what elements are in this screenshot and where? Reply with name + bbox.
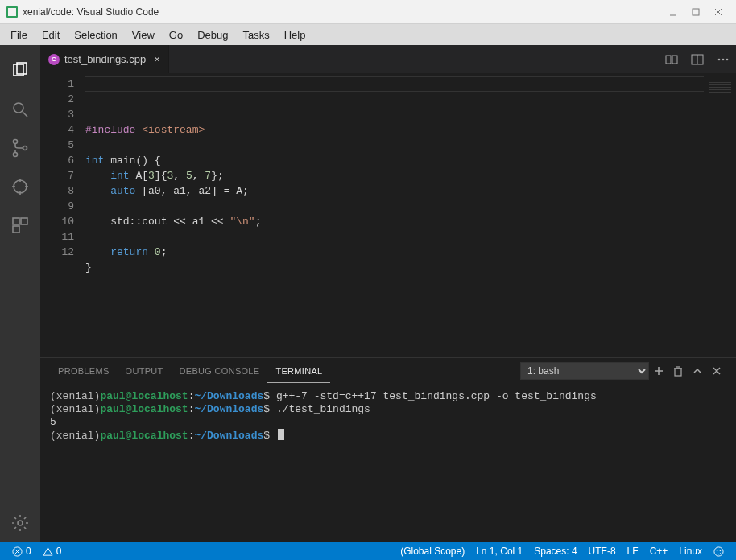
editor-compare-icon[interactable]	[659, 45, 684, 73]
window-title: xenial/code: Visual Studio Code	[23, 6, 662, 18]
terminal-kill-icon[interactable]	[668, 365, 688, 377]
menu-selection[interactable]: Selection	[67, 27, 124, 43]
terminal-close-icon[interactable]	[707, 365, 726, 377]
activity-search[interactable]	[0, 90, 40, 129]
activity-extensions[interactable]	[0, 206, 40, 245]
svg-point-12	[14, 180, 27, 193]
line-gutter: 123456789101112	[40, 73, 85, 357]
svg-rect-18	[21, 218, 27, 224]
app-logo-icon	[6, 6, 18, 18]
status-feedback[interactable]	[708, 546, 730, 557]
status-errors[interactable]: 0	[6, 546, 37, 557]
status-indent[interactable]: Spaces: 4	[528, 546, 582, 557]
editor-group: C test_bindings.cpp × 123456789101112 #i…	[40, 45, 736, 542]
panel-tabs: PROBLEMS OUTPUT DEBUG CONSOLE TERMINAL 1…	[40, 358, 736, 384]
status-warnings[interactable]: 0	[37, 546, 68, 557]
menu-view[interactable]: View	[125, 27, 162, 43]
menu-file[interactable]: File	[3, 27, 35, 43]
window-minimize-button[interactable]	[662, 1, 684, 23]
svg-point-40	[714, 546, 723, 555]
menu-go[interactable]: Go	[162, 27, 190, 43]
svg-point-20	[18, 521, 23, 525]
menubar: File Edit Selection View Go Debug Tasks …	[0, 24, 736, 45]
menu-debug[interactable]: Debug	[190, 27, 235, 43]
svg-point-25	[718, 58, 721, 60]
svg-rect-17	[13, 218, 19, 224]
cpp-file-icon: C	[48, 54, 60, 65]
editor-tab-active[interactable]: C test_bindings.cpp ×	[40, 45, 169, 73]
svg-point-9	[14, 153, 18, 157]
panel-tab-debug-console[interactable]: DEBUG CONSOLE	[172, 360, 268, 382]
window-close-button[interactable]	[707, 1, 730, 23]
status-errors-count: 0	[26, 546, 31, 557]
menu-edit[interactable]: Edit	[35, 27, 67, 43]
activity-scm[interactable]	[0, 129, 40, 167]
svg-point-6	[14, 103, 23, 113]
minimap-band	[709, 78, 731, 93]
minimap[interactable]	[704, 73, 736, 357]
editor[interactable]: 123456789101112 #include <iostream> int …	[40, 73, 736, 357]
svg-point-42	[720, 550, 721, 550]
bottom-panel: PROBLEMS OUTPUT DEBUG CONSOLE TERMINAL 1…	[40, 357, 736, 542]
status-ln-col[interactable]: Ln 1, Col 1	[470, 546, 528, 557]
svg-rect-1	[693, 9, 699, 15]
editor-tab-label: test_bindings.cpp	[64, 53, 146, 65]
activity-bar	[0, 45, 40, 542]
current-line-highlight	[85, 76, 704, 92]
activity-debug[interactable]	[0, 167, 40, 206]
svg-point-10	[23, 146, 27, 150]
status-os[interactable]: Linux	[673, 546, 708, 557]
svg-point-26	[722, 58, 725, 60]
activity-settings[interactable]	[0, 504, 40, 542]
terminal-shell-select[interactable]: 1: bash	[520, 362, 649, 380]
statusbar: 0 0 (Global Scope) Ln 1, Col 1 Spaces: 4…	[0, 542, 736, 560]
svg-point-8	[14, 140, 18, 144]
code-view[interactable]: #include <iostream> int main() { int A[3…	[85, 73, 704, 357]
status-warnings-count: 0	[56, 546, 62, 557]
panel-tab-problems[interactable]: PROBLEMS	[50, 360, 118, 382]
status-scope[interactable]: (Global Scope)	[395, 546, 470, 557]
status-encoding[interactable]: UTF-8	[583, 546, 622, 557]
svg-rect-22	[672, 56, 677, 64]
status-language[interactable]: C++	[644, 546, 674, 557]
tab-close-icon[interactable]: ×	[154, 53, 160, 65]
error-icon	[12, 546, 23, 557]
svg-line-7	[23, 112, 27, 117]
menu-tasks[interactable]: Tasks	[235, 27, 276, 43]
svg-point-27	[726, 58, 729, 60]
smiley-icon	[713, 546, 724, 557]
terminal-maximize-icon[interactable]	[688, 365, 707, 377]
terminal-new-icon[interactable]	[649, 365, 668, 377]
menu-help[interactable]: Help	[277, 27, 313, 43]
window-maximize-button[interactable]	[684, 1, 707, 23]
main: C test_bindings.cpp × 123456789101112 #i…	[0, 45, 736, 542]
svg-rect-21	[666, 56, 671, 64]
titlebar: xenial/code: Visual Studio Code	[0, 0, 736, 24]
panel-tab-output[interactable]: OUTPUT	[118, 360, 172, 382]
svg-point-41	[717, 550, 717, 550]
terminal[interactable]: (xenial)paul@localhost:~/Downloads$ g++-…	[40, 384, 736, 542]
warning-icon	[43, 546, 53, 557]
panel-tab-terminal[interactable]: TERMINAL	[267, 360, 330, 383]
status-eol[interactable]: LF	[622, 546, 644, 557]
editor-tabs: C test_bindings.cpp ×	[40, 45, 736, 73]
editor-more-icon[interactable]	[710, 45, 736, 73]
activity-explorer[interactable]	[0, 51, 40, 90]
svg-rect-19	[13, 226, 19, 233]
svg-rect-30	[675, 369, 681, 376]
editor-split-icon[interactable]	[684, 45, 710, 73]
